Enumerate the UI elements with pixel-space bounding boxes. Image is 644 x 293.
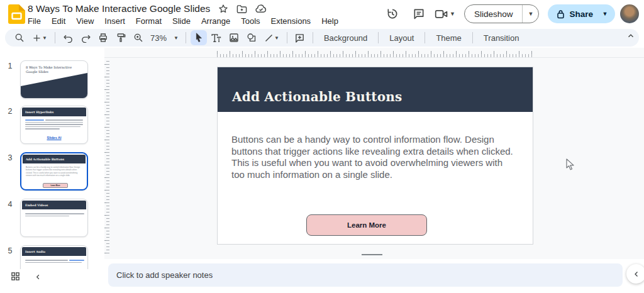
zoom-level-value: 73% xyxy=(150,33,167,43)
slide-thumbnail-1[interactable]: 8 Ways To Make Interactive Google Slides xyxy=(20,60,88,99)
menu-tools[interactable]: Tools xyxy=(241,16,260,26)
learn-more-button[interactable]: Learn More xyxy=(306,214,427,236)
menu-view[interactable]: View xyxy=(76,16,94,26)
layout-button[interactable]: Layout xyxy=(383,33,420,43)
menu-format[interactable]: Format xyxy=(136,16,162,26)
slide-title[interactable]: Add Actionable Buttons xyxy=(232,89,402,104)
redo-icon[interactable] xyxy=(77,30,94,45)
current-slide[interactable]: Add Actionable Buttons Buttons can be a … xyxy=(217,67,533,245)
user-avatar[interactable] xyxy=(620,4,639,23)
slide-thumbnail-2[interactable]: Insert Hyperlinks Slides AI xyxy=(20,106,88,144)
menus-search-icon[interactable] xyxy=(11,30,28,45)
insert-image-tool[interactable] xyxy=(226,30,242,45)
slideshow-label[interactable]: Slideshow xyxy=(465,5,523,23)
slide-number: 2 xyxy=(0,106,20,144)
slide-number: 4 xyxy=(0,199,20,237)
slideshow-button[interactable]: Slideshow ▼ xyxy=(464,4,540,23)
share-button[interactable]: Share ▼ xyxy=(548,4,615,23)
menu-file[interactable]: File xyxy=(28,16,41,26)
insert-line-tool[interactable]: ▼ xyxy=(261,30,282,45)
zoom-in-icon[interactable] xyxy=(130,30,147,45)
theme-button[interactable]: Theme xyxy=(430,33,467,43)
menu-arrange[interactable]: Arrange xyxy=(201,16,230,26)
vertical-ruler xyxy=(104,58,109,253)
speaker-notes-placeholder: Click to add speaker notes xyxy=(116,270,213,280)
toolbar: ▼ 73% ▼ xyxy=(0,28,644,48)
slide-thumbnail-3-selected[interactable]: Add Actionable Buttons Buttons can be a … xyxy=(20,152,88,191)
slide-title-bar[interactable]: Add Actionable Buttons xyxy=(218,67,533,112)
sidebar-toggle-button[interactable] xyxy=(626,264,644,284)
slide-filmstrip: 1 8 Ways To Make Interactive Google Slid… xyxy=(0,48,104,293)
share-label: Share xyxy=(569,9,593,19)
filmstrip-collapse-icon[interactable] xyxy=(33,272,43,282)
print-icon[interactable] xyxy=(95,30,111,45)
mouse-cursor xyxy=(566,158,574,170)
collapse-toolbar-icon[interactable] xyxy=(626,31,635,40)
menu-slide[interactable]: Slide xyxy=(172,16,191,26)
google-slides-logo[interactable] xyxy=(8,4,25,24)
cloud-status-icon[interactable] xyxy=(255,4,267,13)
comments-icon[interactable] xyxy=(408,3,430,25)
version-history-icon[interactable] xyxy=(382,3,403,25)
paint-format-icon[interactable] xyxy=(113,30,129,45)
menu-extensions[interactable]: Extensions xyxy=(271,16,311,26)
zoom-level-select[interactable]: 73% ▼ xyxy=(148,33,181,43)
menu-insert[interactable]: Insert xyxy=(104,16,125,26)
move-folder-icon[interactable] xyxy=(236,4,247,14)
menu-edit[interactable]: Edit xyxy=(52,16,65,26)
chevron-down-icon[interactable]: ▼ xyxy=(450,11,455,17)
slide-canvas[interactable]: Add Actionable Buttons Buttons can be a … xyxy=(104,48,644,259)
slides-ai-link: Slides AI xyxy=(21,136,87,140)
star-icon[interactable] xyxy=(218,4,228,14)
top-bar: 8 Ways To Make Interactive Google Slides… xyxy=(0,0,644,28)
slideshow-dropdown[interactable]: ▼ xyxy=(522,5,538,23)
transition-button[interactable]: Transition xyxy=(477,33,526,43)
share-dropdown[interactable]: ▼ xyxy=(597,11,613,17)
grid-view-icon[interactable] xyxy=(11,272,20,281)
select-tool[interactable] xyxy=(191,30,207,45)
menu-help[interactable]: Help xyxy=(321,16,338,26)
horizontal-ruler xyxy=(104,48,644,58)
insert-comment-tool[interactable] xyxy=(292,30,308,45)
speaker-notes-input[interactable]: Click to add speaker notes xyxy=(108,263,623,287)
text-box-tool[interactable] xyxy=(208,30,225,45)
insert-shape-tool[interactable] xyxy=(243,30,260,45)
background-button[interactable]: Background xyxy=(318,33,374,43)
menu-bar: File Edit View Insert Format Slide Arran… xyxy=(28,16,338,26)
speaker-notes-bar: Click to add speaker notes xyxy=(104,259,644,293)
slide-body-text[interactable]: Buttons can be a handy way to control in… xyxy=(231,134,513,180)
join-call-button[interactable]: ▼ xyxy=(435,8,455,19)
slide-thumbnail-4[interactable]: Embed Videos xyxy=(20,199,88,237)
slide-number: 3 xyxy=(0,152,20,191)
notes-resize-handle[interactable] xyxy=(362,254,382,255)
new-slide-button[interactable]: ▼ xyxy=(29,30,50,45)
lock-icon xyxy=(557,9,565,19)
undo-icon[interactable] xyxy=(60,30,76,45)
slide-number: 1 xyxy=(0,60,20,99)
document-title[interactable]: 8 Ways To Make Interactive Google Slides xyxy=(28,3,210,14)
